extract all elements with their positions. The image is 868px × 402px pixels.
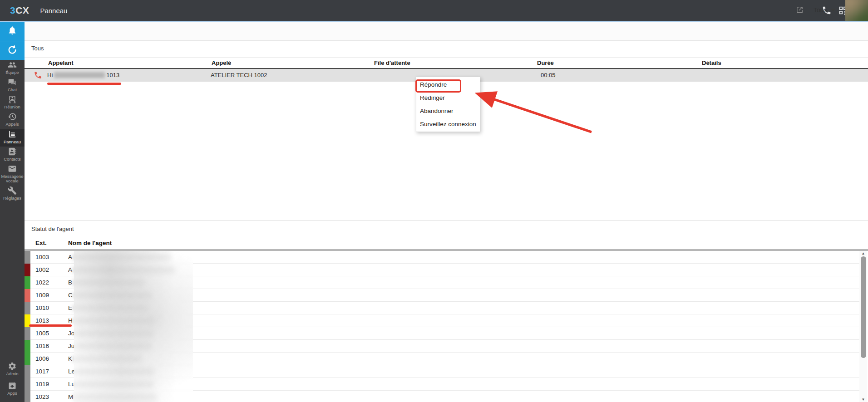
3cx-sync-button[interactable]	[0, 41, 25, 60]
sidebar-item-panneau[interactable]: Panneau	[0, 129, 25, 147]
caller-name-prefix: Hi	[47, 72, 53, 78]
app-window: 3CX Panneau Équipe	[0, 0, 868, 402]
sidebar-item-admin[interactable]: Admin	[0, 362, 25, 376]
top-bar: 3CX Panneau	[0, 0, 868, 21]
apps-box-icon	[8, 381, 17, 390]
sidebar-item-chat[interactable]: Chat	[0, 78, 25, 92]
agent-name-prefix: H	[68, 317, 73, 324]
wallboard-icon	[8, 130, 17, 139]
agents-table-header: Ext. Nom de l'agent	[25, 237, 868, 250]
agent-ext: 1017	[35, 368, 49, 375]
people-icon	[8, 60, 17, 69]
gear-icon	[8, 362, 17, 371]
agent-ext: 1002	[35, 266, 49, 273]
agent-name-prefix: M	[68, 393, 73, 400]
agent-status-bar	[25, 276, 30, 289]
agent-status-bar	[25, 353, 30, 365]
panel-toolbar	[25, 22, 868, 41]
agent-ext: 1022	[35, 279, 49, 286]
agent-status-bar	[25, 340, 30, 353]
redaction-blur-overlay	[74, 251, 193, 402]
agent-status-bar	[25, 365, 30, 378]
callee-cell: ATELIER TECH 1002	[211, 72, 267, 78]
context-menu-item[interactable]: Rediriger	[416, 91, 480, 104]
agent-status-bar	[25, 289, 30, 302]
column-header-duree: Durée	[537, 59, 554, 66]
3cx-logo: 3CX	[10, 5, 29, 16]
agent-name-prefix: B	[68, 279, 72, 286]
scroll-down-arrow[interactable]: ▼	[859, 397, 867, 402]
call-history-icon	[8, 112, 17, 121]
agent-ext: 1010	[35, 304, 49, 311]
annotation-underline-agent-1013	[29, 324, 72, 327]
voicemail-envelope-icon	[8, 164, 17, 173]
agent-name-prefix: A	[68, 266, 72, 273]
agent-status-bar	[25, 391, 30, 402]
agent-status-bar	[25, 302, 30, 314]
sidebar-item-appels[interactable]: Appels	[0, 112, 25, 127]
column-header-nom-agent: Nom de l'agent	[68, 240, 112, 246]
scrollbar-thumb[interactable]	[861, 256, 866, 358]
context-menu-item[interactable]: Surveillez connexion	[416, 118, 480, 131]
agents-section-title: Statut de l'agent	[31, 226, 74, 232]
meeting-icon	[8, 95, 17, 104]
agent-name-prefix: E	[68, 304, 72, 311]
column-header-details: Détails	[702, 59, 721, 66]
sidebar-item-messagerie-vocale[interactable]: Messagerie vocale	[0, 164, 25, 183]
sidebar-item-contacts[interactable]: Contacts	[0, 147, 25, 162]
page-title: Panneau	[40, 7, 67, 15]
queue-filter-value: Tous	[814, 6, 827, 14]
agent-ext: 1006	[35, 355, 49, 362]
agent-status-bar	[25, 251, 30, 264]
open-in-new-window-icon[interactable]	[796, 6, 804, 14]
column-header-ext: Ext.	[35, 240, 47, 246]
user-avatar[interactable]	[845, 0, 868, 22]
annotation-underline-caller	[47, 83, 121, 85]
sidebar-item-equipe[interactable]: Équipe	[0, 60, 25, 75]
agent-status-bar	[25, 264, 30, 276]
caller-extension: 1013	[106, 72, 119, 78]
calls-section-title: Tous	[31, 45, 44, 52]
agent-ext: 1005	[35, 330, 49, 337]
chevron-down-icon	[831, 9, 835, 11]
sidebar-item-reglages[interactable]: Réglages	[0, 186, 25, 201]
duration-cell: 00:05	[541, 72, 556, 78]
agent-ext: 1016	[35, 343, 49, 349]
chat-icon	[8, 78, 17, 87]
calls-table-header: Appelant Appelé File d'attente Durée Dét…	[25, 57, 868, 69]
contacts-icon	[8, 147, 17, 156]
column-header-appele: Appelé	[212, 59, 231, 66]
redaction-blur	[54, 72, 105, 78]
scroll-up-arrow[interactable]: ▲	[859, 251, 867, 255]
agent-name-prefix: K	[68, 355, 72, 362]
agent-ext: 1023	[35, 393, 49, 400]
agent-ext: 1003	[35, 254, 49, 260]
avatar-blur	[845, 0, 868, 22]
agent-ext: 1013	[35, 317, 49, 324]
agent-ext: 1009	[35, 292, 49, 299]
ringing-phone-icon	[34, 71, 42, 79]
bell-icon	[7, 25, 17, 37]
annotation-highlight-box	[415, 79, 461, 93]
wrench-icon	[8, 186, 17, 195]
column-header-appelant: Appelant	[48, 59, 74, 66]
agent-ext: 1019	[35, 381, 49, 387]
column-header-file-attente: File d'attente	[374, 59, 410, 66]
caller-cell: Hi 1013	[47, 72, 119, 78]
queue-filter-dropdown[interactable]: Tous	[814, 5, 835, 15]
section-divider	[25, 220, 868, 221]
sidebar-item-apps[interactable]: Apps	[0, 381, 25, 396]
notifications-bell-button[interactable]	[0, 22, 25, 41]
sidebar: Équipe Chat Réunion Appels Panneau Conta…	[0, 22, 25, 402]
agent-status-bar	[25, 378, 30, 391]
agent-status-bar	[25, 327, 30, 340]
context-menu-item[interactable]: Abandonner	[416, 104, 480, 118]
sidebar-item-reunion[interactable]: Réunion	[0, 95, 25, 109]
3cx-circle-icon	[7, 45, 17, 57]
agent-name-prefix: A	[68, 254, 72, 260]
agents-scrollbar[interactable]: ▲ ▼	[859, 251, 867, 402]
agent-name-prefix: C	[68, 292, 73, 299]
